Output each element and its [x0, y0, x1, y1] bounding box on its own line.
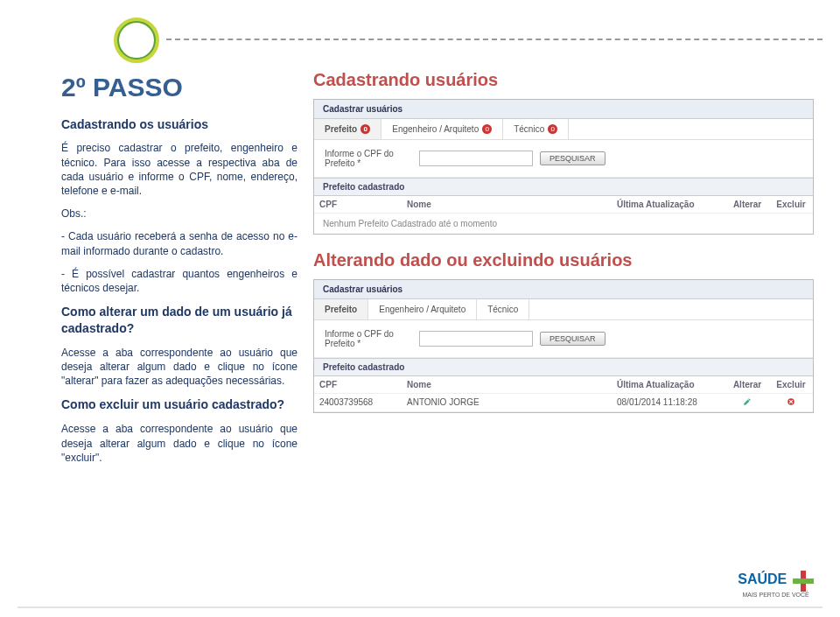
empty-row: Nenhum Prefeito Cadastrado até o momento: [314, 214, 813, 234]
obs-item-1: - Cada usuário receberá a senha de acess…: [61, 229, 298, 257]
pesquisar-button[interactable]: PESQUISAR: [540, 151, 606, 165]
cpf-label: Informe o CPF do Prefeito *: [325, 149, 412, 168]
answer-excluir: Acesse a aba correspondente ao usuário q…: [61, 422, 298, 465]
panel-title: Cadastrar usuários: [314, 280, 813, 299]
cpf-input[interactable]: [419, 151, 533, 166]
tab-label: Técnico: [487, 305, 518, 314]
table-row: 24003739568 ANTONIO JORGE 08/01/2014 11:…: [314, 394, 813, 412]
sub-header-cadastrado: Prefeito cadastrado: [314, 358, 813, 376]
question-alterar: Como alterar um dado de um usuário já ca…: [61, 304, 298, 337]
tab-badge: 0: [548, 124, 557, 134]
col-cpf: CPF: [314, 196, 402, 213]
screenshot-cadastrar: Cadastrar usuários Prefeito 0 Engenheiro…: [313, 99, 814, 235]
tabs-row: Prefeito Engenheiro / Arquiteto Técnico: [314, 299, 813, 320]
tab-prefeito[interactable]: Prefeito 0: [314, 119, 382, 139]
obs-item-2: - É possível cadastrar quantos engenheir…: [61, 267, 298, 295]
col-excluir: Excluir: [769, 376, 813, 393]
table-header: CPF Nome Última Atualização Alterar Excl…: [314, 376, 813, 394]
table-header: CPF Nome Última Atualização Alterar Excl…: [314, 196, 813, 214]
cpf-label: Informe o CPF do Prefeito *: [325, 329, 412, 348]
tab-engenheiro[interactable]: Engenheiro / Arquiteto 0: [382, 119, 503, 139]
col-nome: Nome: [402, 196, 612, 213]
tab-badge: 0: [360, 124, 370, 134]
cell-nome: ANTONIO JORGE: [402, 394, 612, 411]
col-excluir: Excluir: [769, 196, 813, 213]
tab-tecnico[interactable]: Técnico 0: [503, 119, 569, 139]
intro-paragraph: É preciso cadastrar o prefeito, engenhei…: [61, 141, 298, 198]
tabs-row: Prefeito 0 Engenheiro / Arquiteto 0 Técn…: [314, 119, 813, 140]
right-column: Cadastrando usuários Cadastrar usuários …: [313, 70, 814, 473]
logo-tagline: MAIS PERTO DE VOCÊ: [738, 592, 814, 598]
tab-label: Prefeito: [325, 305, 357, 314]
answer-alterar: Acesse a aba correspondente ao usuário q…: [61, 346, 298, 389]
header-dash-line: [166, 39, 822, 40]
col-alterar: Alterar: [725, 376, 769, 393]
col-atualizacao: Última Atualização: [612, 196, 725, 213]
tab-tecnico[interactable]: Técnico: [477, 299, 529, 319]
tab-label: Técnico: [514, 124, 544, 134]
subheading-cadastrando: Cadastrando os usuários: [61, 116, 298, 133]
cell-upd: 08/01/2014 11:18:28: [612, 394, 725, 411]
alterar-icon[interactable]: [725, 394, 769, 411]
footer-line: [18, 606, 822, 608]
panel-title: Cadastrar usuários: [314, 100, 813, 119]
col-alterar: Alterar: [725, 196, 769, 213]
pesquisar-button[interactable]: PESQUISAR: [540, 332, 606, 346]
tab-label: Engenheiro / Arquiteto: [392, 124, 479, 134]
tab-label: Engenheiro / Arquiteto: [379, 305, 466, 314]
cpf-form-row: Informe o CPF do Prefeito * PESQUISAR: [314, 320, 813, 358]
heading-cadastrando: Cadastrando usuários: [313, 70, 814, 90]
tab-prefeito[interactable]: Prefeito: [314, 299, 368, 319]
cell-cpf: 24003739568: [314, 394, 402, 411]
col-nome: Nome: [402, 376, 612, 393]
tab-badge: 0: [482, 124, 492, 134]
left-column: 2º PASSO Cadastrando os usuários É preci…: [61, 70, 298, 473]
screenshot-alterar: Cadastrar usuários Prefeito Engenheiro /…: [313, 279, 814, 413]
accent-ring-icon: [114, 18, 159, 63]
question-excluir: Como excluir um usuário cadastrado?: [61, 396, 298, 413]
result-table: CPF Nome Última Atualização Alterar Excl…: [314, 376, 813, 412]
tab-label: Prefeito: [325, 124, 357, 134]
saude-logo: SAÚDE MAIS PERTO DE VOCÊ: [738, 571, 814, 598]
plus-icon: [793, 571, 814, 592]
cpf-input[interactable]: [419, 331, 533, 347]
col-cpf: CPF: [314, 376, 402, 393]
tab-engenheiro[interactable]: Engenheiro / Arquiteto: [368, 299, 477, 319]
heading-alterando: Alterando dado ou excluindo usuários: [313, 250, 814, 270]
excluir-icon[interactable]: [769, 394, 813, 411]
obs-label: Obs.:: [61, 207, 298, 221]
sub-header-cadastrado: Prefeito cadastrado: [314, 178, 813, 196]
cpf-form-row: Informe o CPF do Prefeito * PESQUISAR: [314, 140, 813, 178]
logo-brand: SAÚDE: [738, 571, 787, 586]
step-title: 2º PASSO: [61, 70, 298, 106]
col-atualizacao: Última Atualização: [612, 376, 725, 393]
result-table: CPF Nome Última Atualização Alterar Excl…: [314, 196, 813, 234]
